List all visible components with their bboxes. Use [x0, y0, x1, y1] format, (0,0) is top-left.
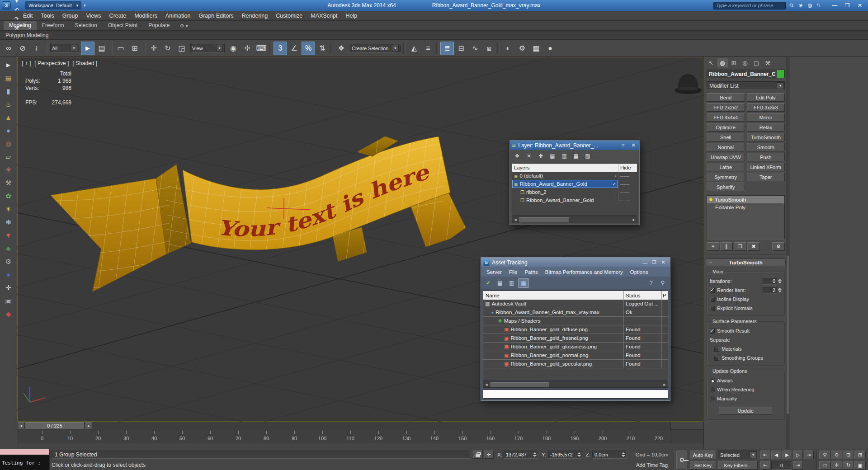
hierarchy-tab[interactable]: ⊞	[728, 58, 739, 67]
asset-row[interactable]: Maps / Shaders	[483, 317, 668, 325]
current-frame-field[interactable]: 0	[771, 461, 792, 470]
plane-tool[interactable]: ▱	[2, 150, 15, 163]
modify-tab[interactable]: ◍	[717, 58, 728, 67]
hide-cell[interactable]: -----	[618, 188, 637, 196]
details-view-icon[interactable]: ▦	[518, 278, 529, 288]
x-coordinate-field[interactable]: 1372,487	[504, 451, 538, 459]
materials-checkbox[interactable]	[714, 347, 719, 352]
selection-filter-dropdown[interactable]: All	[50, 44, 79, 53]
go-to-start-button[interactable]: ⇤	[760, 451, 770, 459]
maxscript-mini-listener[interactable]: Testing for ;	[0, 449, 50, 470]
motion-tab[interactable]: ◎	[740, 58, 750, 67]
sphere-tool[interactable]: ●	[2, 124, 15, 136]
named-selection-sets-dropdown[interactable]: Create Selection Se	[350, 44, 401, 53]
maximize-button[interactable]: ❐	[650, 259, 659, 266]
rectangular-selection-icon[interactable]: ▭	[114, 42, 127, 55]
grid-tool[interactable]: ▣	[2, 295, 15, 307]
modifier-preset-button[interactable]: Smooth	[747, 143, 785, 151]
modifier-preset-button[interactable]: Unwrap UVW	[707, 153, 745, 161]
scroll-right-icon[interactable]: ►	[631, 217, 637, 223]
radio-always[interactable]: Always	[710, 376, 782, 385]
window-crossing-icon[interactable]: ⊞	[128, 42, 142, 55]
unlink-selection-icon[interactable]: ⊘	[16, 42, 29, 55]
reference-coordinate-dropdown[interactable]: View	[190, 44, 225, 53]
keyboard-override-icon[interactable]: ⌨	[255, 42, 268, 55]
modifier-list-dropdown[interactable]: Modifier List	[707, 81, 785, 90]
previous-frame-button[interactable]: ◀	[771, 451, 781, 459]
hammer-tool[interactable]: ⚒	[2, 177, 15, 189]
radio-manually[interactable]: Manually	[710, 394, 782, 403]
hide-cell[interactable]: -----	[618, 172, 637, 180]
ribbon-config-icon[interactable]: ⚙ ▾	[180, 23, 188, 30]
viewport-menu-shading[interactable]: [ Shaded ]	[72, 60, 97, 66]
layer-dialog-close-button[interactable]: ✕	[629, 142, 637, 149]
inspect-icon[interactable]: ⚲	[657, 278, 668, 288]
toolbar-separator[interactable]	[110, 42, 113, 55]
create-tab[interactable]: ↖	[706, 58, 717, 67]
modifier-preset-button[interactable]: FFD 2x2x2	[707, 103, 745, 112]
set-key-button[interactable]: Set Key	[690, 461, 716, 470]
modifier-preset-button[interactable]: Taper	[747, 173, 785, 181]
make-unique-icon[interactable]: ❐	[734, 242, 746, 251]
percent-snap-icon[interactable]: %	[302, 42, 315, 55]
select-and-rotate-icon[interactable]: ↻	[161, 42, 175, 55]
menu-graph-editors[interactable]: Graph Editors	[194, 11, 237, 20]
modifier-preset-button[interactable]: Normal	[707, 143, 745, 151]
toolbar-separator[interactable]	[143, 42, 146, 55]
rendered-frame-icon[interactable]: ▦	[529, 42, 543, 55]
asset-row[interactable]: Ribbon_Banner_gold_glossiness.png Found	[483, 343, 668, 351]
current-layer-indicator[interactable]: ✓	[613, 182, 616, 187]
previous-key-button[interactable]: ⇤	[760, 461, 770, 470]
column-extra[interactable]: P	[661, 291, 668, 300]
set-current-layer-icon[interactable]: ▥	[559, 151, 570, 161]
menu-modifiers[interactable]: Modifiers	[130, 11, 161, 20]
modifier-preset-button[interactable]: Edit Poly	[747, 93, 785, 102]
zoom-extents-all-icon[interactable]: ⊞	[854, 451, 866, 459]
minimize-button[interactable]: —	[828, 1, 841, 10]
modifier-preset-button[interactable]: FFD 4x4x4	[707, 113, 745, 122]
go-to-end-button[interactable]: ⇥	[804, 451, 814, 459]
teapot-tool[interactable]: ♨	[2, 98, 15, 110]
rollout-header[interactable]: − TurboSmooth	[706, 258, 786, 266]
z-coordinate-field[interactable]: 0,0cm	[592, 451, 627, 459]
zoom-all-icon[interactable]: ⊙	[831, 451, 842, 459]
display-tab[interactable]: ▢	[751, 58, 762, 67]
modifier-preset-button[interactable]: Relax	[747, 123, 785, 132]
box-tool[interactable]: ▦	[2, 72, 15, 84]
bind-to-space-warp-icon[interactable]: ≀	[30, 42, 43, 55]
key-filters-button[interactable]: Key Filters...	[718, 461, 758, 470]
layer-properties-icon[interactable]: ▧	[582, 151, 593, 161]
modifier-preset-button[interactable]: FFD 3x3x3	[747, 103, 785, 112]
menu-animation[interactable]: Animation	[161, 11, 195, 20]
column-name[interactable]: Name	[483, 293, 623, 298]
next-key-button[interactable]: ⇥	[793, 461, 803, 470]
next-frame-button[interactable]: ▷	[793, 451, 803, 459]
orbit-icon[interactable]: ↻	[843, 461, 854, 470]
select-and-move-icon[interactable]: ✛	[147, 42, 160, 55]
column-layers[interactable]: Layers	[512, 165, 618, 170]
ball-tool[interactable]: ●	[2, 268, 15, 281]
app-logo[interactable]: 3	[2, 1, 11, 9]
object-color-swatch[interactable]	[777, 70, 785, 78]
scroll-thumb[interactable]	[787, 256, 789, 414]
zoom-extents-icon[interactable]: ⊡	[843, 451, 854, 459]
toolbar-separator[interactable]	[403, 42, 406, 55]
asset-row[interactable]: Ribbon_Banner_gold_normal.png Found	[483, 351, 668, 360]
asset-row[interactable]: Autodesk Vault Logged Out ...	[483, 300, 668, 308]
render-iters-field[interactable]: 2	[763, 287, 777, 294]
play-button[interactable]: ▶	[782, 451, 792, 459]
use-pivot-point-icon[interactable]: ◉	[226, 42, 240, 55]
layer-row[interactable]: ≣ 0 (default) ▫ -----	[512, 172, 637, 180]
infocenter-search-input[interactable]	[713, 2, 786, 9]
layer-manager-icon[interactable]: ≣	[440, 42, 454, 55]
select-object-icon[interactable]: ►	[81, 42, 94, 55]
asset-menu-server[interactable]: Server	[483, 269, 505, 275]
asset-menu-file[interactable]: File	[505, 269, 521, 275]
toolbar-separator[interactable]	[330, 42, 333, 55]
refresh-status-icon[interactable]: ✔	[483, 278, 494, 288]
ribbon-tab-object-paint[interactable]: Object Paint	[103, 21, 143, 30]
scroll-left-icon[interactable]: ◄	[512, 217, 519, 223]
modifier-enabled-icon[interactable]	[709, 197, 713, 202]
time-slider-track[interactable]: ◄ 0 / 225 ►	[17, 422, 671, 430]
pan-icon[interactable]: ✛	[831, 461, 842, 470]
